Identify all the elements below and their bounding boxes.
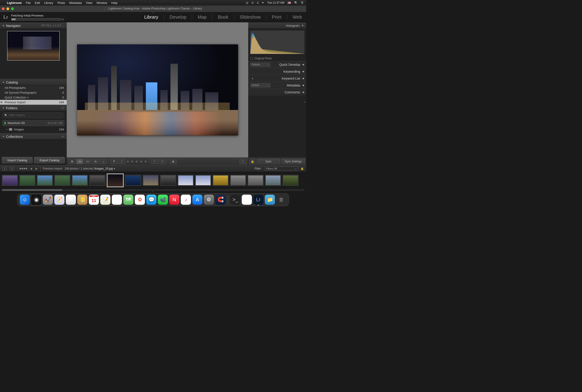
menubar-app-name[interactable]: Lightroom [7, 1, 22, 4]
catalog-row-all[interactable]: All Photographs194 [0, 85, 67, 90]
grid-toggle-icon[interactable] [20, 168, 27, 169]
dock-maps[interactable]: 🗺 [123, 194, 134, 205]
dock-siri[interactable]: ◉ [31, 194, 42, 205]
filmstrip-thumb[interactable] [195, 175, 211, 186]
right-panel-handle[interactable]: ▶ [304, 12, 306, 192]
filter-dropdown[interactable]: Filters Off⌄ [264, 166, 298, 171]
dock-magnet[interactable]: 🧲 [215, 194, 226, 205]
top-panel-handle[interactable]: ▴ [152, 11, 154, 14]
flag-icon[interactable]: 🇺🇸 [288, 1, 291, 4]
dock-reminders[interactable]: ☰ [112, 194, 122, 205]
displays-icon[interactable]: ⎚ [257, 1, 258, 4]
add-icon[interactable]: + [250, 76, 255, 80]
menu-metadata[interactable]: Metadata [69, 1, 82, 4]
filmstrip-thumb[interactable] [178, 175, 194, 186]
left-panel-handle[interactable]: ◀ [0, 12, 2, 192]
original-photo-row[interactable]: Original Photo [248, 56, 306, 61]
cc-icon[interactable]: ◎ [246, 1, 248, 4]
keyword-list-header[interactable]: +Keyword List◀ [248, 75, 306, 82]
dock-finder[interactable]: ☺ [20, 194, 30, 205]
filmstrip[interactable] [0, 172, 306, 189]
filmstrip-thumb[interactable] [248, 175, 264, 186]
navigator-preview[interactable] [0, 29, 67, 63]
cancel-progress-button[interactable]: ✕ [61, 18, 64, 21]
dock-mail[interactable]: ✉ [66, 194, 76, 205]
dock-trash[interactable]: 🗑 [276, 194, 286, 205]
rotate-ccw-button[interactable]: ↶ [151, 159, 158, 164]
folder-row[interactable]: ▸ Images 194 [0, 127, 67, 132]
menu-extras-icon[interactable]: ☰ [301, 1, 304, 4]
filmstrip-thumb[interactable] [2, 175, 18, 186]
filmstrip-thumb[interactable] [142, 175, 159, 186]
catalog-row-previous-import[interactable]: Previous Import194 [0, 100, 67, 105]
menu-edit[interactable]: Edit [35, 1, 40, 4]
dock-safari[interactable]: 🧭 [54, 194, 64, 205]
loupe-view[interactable] [67, 22, 248, 157]
slideshow-button[interactable]: ▣ [170, 159, 177, 164]
filmstrip-thumb[interactable] [265, 175, 281, 186]
menu-library[interactable]: Library [44, 1, 53, 4]
import-catalog-button[interactable]: Import Catalog [2, 157, 33, 163]
checkbox-icon[interactable] [250, 57, 253, 60]
dock-appstore[interactable]: A [192, 194, 202, 205]
add-folder-icon[interactable]: +. [62, 106, 64, 110]
module-library[interactable]: Library [143, 14, 159, 20]
navigator-zoom-options[interactable]: FIT FILL 1:1 3:1 ⌄ [42, 24, 64, 27]
menu-view[interactable]: View [86, 1, 92, 4]
compare-view-button[interactable]: X|Y [84, 159, 91, 164]
nav-forward-button[interactable]: ► [35, 167, 38, 170]
menu-window[interactable]: Window [96, 1, 107, 4]
dock-terminal[interactable]: >_ [230, 194, 240, 205]
module-print[interactable]: Print [271, 14, 282, 20]
menu-file[interactable]: File [26, 1, 30, 4]
dock-launchpad[interactable]: 🚀 [43, 194, 53, 205]
collections-header[interactable]: ▼ Collections +. [0, 133, 67, 140]
drive-row[interactable]: Macintosh HD 15.3 / 42.7 GB [2, 120, 64, 126]
module-web[interactable]: Web [292, 14, 303, 20]
survey-view-button[interactable]: ▤ [92, 159, 99, 164]
sync-lock-button[interactable]: 🔒 [249, 158, 256, 164]
comments-header[interactable]: Comments◀ [248, 88, 306, 96]
dock-music[interactable]: ♪ [181, 194, 191, 205]
dock-notes[interactable]: 📝 [100, 194, 110, 205]
folders-filter-input[interactable]: 🔍Filter Folders [2, 112, 64, 118]
rotate-cw-button[interactable]: ↷ [159, 159, 166, 164]
keywording-header[interactable]: Keywording◀ [248, 68, 306, 75]
sync-button[interactable]: Sync [256, 158, 280, 164]
nav-back-button[interactable]: ◄ [30, 167, 33, 170]
spotlight-icon[interactable]: 🔍 [294, 1, 298, 4]
catalog-row-synced[interactable]: All Synced Photographs0 [0, 90, 67, 95]
screen-2-button[interactable]: 2 [10, 167, 14, 170]
filmstrip-thumb[interactable] [212, 175, 229, 186]
catalog-header[interactable]: ▼ Catalog [0, 79, 67, 85]
dock-calendar[interactable]: DEC11 [89, 194, 99, 205]
quick-develop-header[interactable]: Defaults⌄Quick Develop◀ [248, 61, 306, 68]
add-collection-icon[interactable]: +. [62, 134, 64, 138]
dock-1password[interactable]: ① [242, 194, 252, 205]
dock-photos[interactable]: ✿ [135, 194, 145, 205]
grid-view-button[interactable]: ▦ [68, 159, 76, 164]
tool-icon[interactable]: ✒ [262, 1, 264, 4]
dock-lightroom[interactable]: Lr [253, 194, 264, 205]
screen-1-button[interactable]: 1 [2, 167, 7, 170]
menu-photo[interactable]: Photo [57, 1, 65, 4]
rating-stars[interactable]: ★ ★ ★ ★ ★ [126, 160, 147, 164]
module-slideshow[interactable]: Slideshow [239, 14, 262, 20]
filmstrip-thumb[interactable] [89, 175, 105, 186]
filmstrip-thumb[interactable] [54, 175, 70, 186]
breadcrumb[interactable]: Previous Import [43, 167, 62, 170]
dock-facetime[interactable]: 📹 [158, 194, 168, 205]
filmstrip-thumb[interactable] [125, 175, 141, 186]
preset-dropdown[interactable]: Defaults⌄ [250, 62, 270, 67]
dock-news[interactable]: N [169, 194, 180, 205]
dock-settings[interactable]: ⚙ [204, 194, 214, 205]
folders-header[interactable]: ▼ Folders +. [0, 105, 67, 111]
module-book[interactable]: Book [217, 14, 229, 20]
histogram-header[interactable]: Histogram ▼ [248, 22, 306, 29]
menu-help[interactable]: Help [111, 1, 118, 4]
people-view-button[interactable]: ☺ [100, 159, 107, 164]
status-icon[interactable]: ⊙ [252, 1, 254, 4]
filmstrip-thumb-selected[interactable] [107, 174, 124, 187]
filmstrip-thumb[interactable] [37, 175, 53, 186]
metadata-preset-dropdown[interactable]: Default⌄ [250, 83, 270, 88]
